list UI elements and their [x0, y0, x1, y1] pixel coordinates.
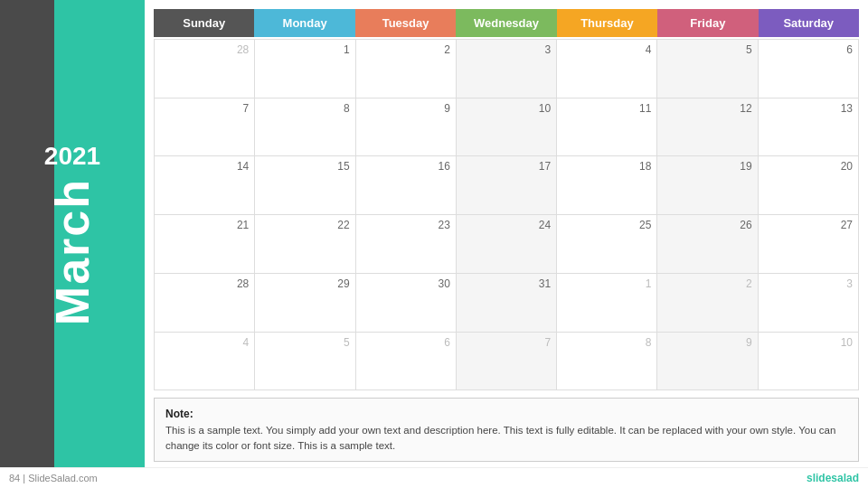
cal-date: 10	[462, 102, 551, 115]
cal-cell-w3d6: 19	[657, 156, 758, 215]
footer-page: 84 | SlideSalad.com	[9, 473, 98, 483]
cal-cell-w6d6: 9	[657, 333, 758, 391]
cal-date: 6	[362, 336, 450, 349]
cal-cell-w3d5: 18	[557, 156, 657, 215]
cal-cell-w5d5: 1	[557, 274, 657, 333]
calendar-header-wednesday: Wednesday	[456, 9, 556, 37]
cal-cell-w1d6: 5	[657, 40, 758, 99]
cal-cell-w1d7: 6	[759, 40, 859, 99]
cal-date: 15	[260, 160, 349, 173]
cal-date: 10	[764, 336, 853, 349]
cal-cell-w4d3: 23	[356, 215, 457, 274]
calendar-header: SundayMondayTuesdayWednesdayThursdayFrid…	[154, 9, 859, 37]
cal-date: 31	[462, 277, 551, 290]
cal-cell-w6d5: 8	[557, 333, 657, 391]
cal-date: 2	[663, 277, 751, 290]
cal-cell-w4d7: 27	[759, 215, 859, 274]
calendar-header-sunday: Sunday	[154, 9, 254, 37]
cal-cell-w2d6: 12	[657, 99, 758, 157]
cal-date: 20	[764, 160, 853, 173]
cal-date: 28	[160, 277, 249, 290]
cal-cell-w2d4: 10	[457, 99, 557, 157]
cal-date: 8	[562, 336, 651, 349]
cal-cell-w6d3: 6	[356, 333, 457, 391]
cal-date: 12	[663, 102, 751, 115]
calendar-header-thursday: Thursday	[557, 9, 657, 37]
cal-date: 4	[160, 336, 249, 349]
cal-date: 7	[160, 102, 249, 115]
cal-date: 3	[462, 43, 551, 56]
note-text: This is a sample text. You simply add yo…	[165, 425, 835, 451]
cal-date: 19	[663, 160, 751, 173]
cal-date: 11	[562, 102, 651, 115]
cal-week-1: 28123456	[155, 40, 859, 99]
cal-date: 9	[663, 336, 751, 349]
cal-cell-w4d2: 22	[255, 215, 355, 274]
cal-cell-w6d4: 7	[457, 333, 557, 391]
cal-date: 30	[362, 277, 450, 290]
cal-date: 5	[260, 336, 349, 349]
cal-week-5: 28293031123	[155, 274, 859, 333]
cal-date: 27	[764, 219, 853, 231]
cal-cell-w3d3: 16	[356, 156, 457, 215]
cal-date: 7	[462, 336, 551, 349]
cal-cell-w6d7: 10	[759, 333, 859, 391]
cal-date: 29	[260, 277, 349, 290]
cal-date: 8	[260, 102, 349, 115]
cal-week-3: 14151617181920	[155, 156, 859, 215]
cal-date: 5	[663, 43, 751, 56]
cal-date: 14	[160, 160, 249, 173]
cal-week-6: 45678910	[155, 333, 859, 391]
calendar-grid: 2812345678910111213141516171819202122232…	[154, 39, 859, 390]
sidebar-year: 2021	[44, 142, 100, 171]
cal-cell-w3d2: 15	[255, 156, 355, 215]
cal-cell-w2d5: 11	[557, 99, 657, 157]
cal-date: 25	[562, 219, 651, 231]
cal-date: 1	[562, 277, 651, 290]
calendar-header-monday: Monday	[254, 9, 354, 37]
cal-cell-w5d4: 31	[457, 274, 557, 333]
note-label: Note:	[165, 408, 193, 420]
cal-date: 6	[764, 43, 853, 56]
cal-date: 23	[362, 219, 450, 231]
footer: 84 | SlideSalad.com slidesalad	[0, 467, 868, 488]
note-section: Note: This is a sample text. You simply …	[154, 398, 859, 462]
cal-cell-w5d2: 29	[255, 274, 355, 333]
cal-date: 17	[462, 160, 551, 173]
cal-cell-w3d7: 20	[759, 156, 859, 215]
cal-cell-w1d4: 3	[457, 40, 557, 99]
cal-week-4: 21222324252627	[155, 215, 859, 274]
cal-date: 13	[764, 102, 853, 115]
cal-cell-w5d3: 30	[356, 274, 457, 333]
cal-cell-w5d7: 3	[759, 274, 859, 333]
cal-cell-w3d1: 14	[155, 156, 255, 215]
cal-cell-w4d6: 26	[657, 215, 758, 274]
calendar-header-tuesday: Tuesday	[355, 9, 456, 37]
cal-cell-w1d1: 28	[155, 40, 255, 99]
cal-date: 24	[462, 219, 551, 231]
cal-date: 2	[362, 43, 450, 56]
cal-date: 16	[362, 160, 450, 173]
cal-date: 22	[260, 219, 349, 231]
cal-cell-w5d6: 2	[657, 274, 758, 333]
cal-cell-w6d2: 5	[255, 333, 355, 391]
cal-week-2: 78910111213	[155, 99, 859, 157]
cal-cell-w4d5: 25	[557, 215, 657, 274]
calendar-header-friday: Friday	[657, 9, 758, 37]
cal-cell-w4d1: 21	[155, 215, 255, 274]
cal-date: 18	[562, 160, 651, 173]
sidebar-month: March	[45, 178, 99, 325]
cal-date: 28	[160, 43, 249, 56]
calendar-area: SundayMondayTuesdayWednesdayThursdayFrid…	[145, 0, 868, 467]
cal-cell-w5d1: 28	[155, 274, 255, 333]
cal-cell-w1d5: 4	[557, 40, 657, 99]
footer-brand: slidesalad	[807, 472, 859, 484]
cal-date: 9	[362, 102, 450, 115]
cal-date: 21	[160, 219, 249, 231]
cal-date: 26	[663, 219, 751, 231]
cal-cell-w1d3: 2	[356, 40, 457, 99]
cal-date: 4	[562, 43, 651, 56]
cal-date: 1	[260, 43, 349, 56]
cal-cell-w2d2: 8	[255, 99, 355, 157]
sidebar: 2021 March	[0, 0, 145, 467]
